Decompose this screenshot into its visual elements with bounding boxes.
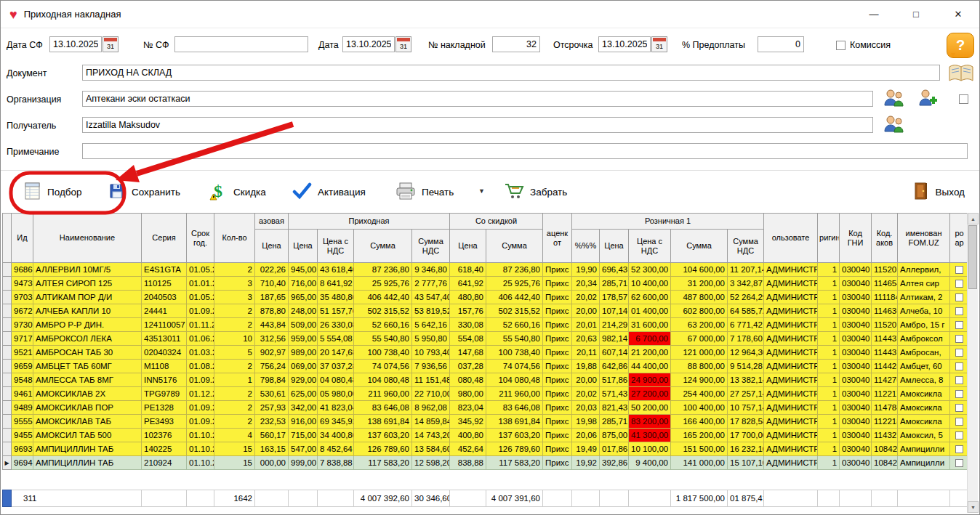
- cell-percent[interactable]: 20,63: [572, 332, 600, 346]
- cell-flag[interactable]: [950, 318, 969, 332]
- cell-id[interactable]: 9717: [12, 332, 33, 346]
- cell-retail-amount-vat[interactable]: 9 514,28: [728, 360, 764, 373]
- cell-kod-gni[interactable]: 030040: [840, 429, 872, 442]
- cell-flag[interactable]: [950, 429, 969, 442]
- table-row[interactable]: 9548АМЛЕССА ТАБ 8МГINN517601.09.21798,84…: [3, 373, 969, 387]
- cell-retail-price[interactable]: 875,00: [600, 429, 629, 442]
- col-disc-amount[interactable]: Сумма: [486, 230, 543, 263]
- podbor-button[interactable]: Подбор: [23, 179, 82, 205]
- cell-amount[interactable]: 211 960,00: [354, 387, 412, 401]
- table-row[interactable]: ▶9694АМПИЦИЛЛИН ТАБ21092401.10.215000,00…: [3, 456, 969, 470]
- cell-name[interactable]: АЛТИКАМ ПОР Д/И: [33, 291, 142, 304]
- col-markup-from[interactable]: аценк от: [543, 214, 572, 263]
- cell-srok[interactable]: 01.11.2: [187, 318, 214, 332]
- cell-percent[interactable]: 20,34: [572, 277, 600, 291]
- cell-price[interactable]: 509,00: [289, 318, 318, 332]
- cell-price-vat[interactable]: 41 823,04: [318, 401, 354, 415]
- document-input[interactable]: [82, 65, 940, 81]
- cell-base-price[interactable]: 022,26: [255, 263, 289, 277]
- cell-kod-upak[interactable]: 114431: [872, 346, 898, 360]
- cell-percent[interactable]: 20,11: [572, 346, 600, 360]
- cell-flag[interactable]: [950, 373, 969, 387]
- cell-amount-vat[interactable]: 7 936,56: [412, 360, 450, 373]
- cell-user[interactable]: АДМИНИСТРАТОР: [764, 263, 818, 277]
- cell-retail-price-vat[interactable]: 10 100,00: [629, 442, 671, 456]
- cell-base-price[interactable]: 560,17: [255, 429, 289, 442]
- cell-percent[interactable]: 19,98: [572, 415, 600, 429]
- cell-kod-gni[interactable]: 030040: [840, 360, 872, 373]
- cell-fom-name[interactable]: Амбро, 15 г: [898, 318, 950, 332]
- cell-kod-upak[interactable]: 114437: [872, 332, 898, 346]
- cell-srok[interactable]: 01.06.2: [187, 332, 214, 346]
- cell-amount[interactable]: 126 789,60: [354, 442, 412, 456]
- cell-kod-upak[interactable]: 115201: [872, 318, 898, 332]
- cell-fom-name[interactable]: Амоксикла: [898, 401, 950, 415]
- cell-user[interactable]: АДМИНИСТРАТОР: [764, 291, 818, 304]
- exit-button[interactable]: Выход: [912, 179, 965, 205]
- cell-retail-price[interactable]: 517,86: [600, 373, 629, 387]
- cell-original[interactable]: 1: [818, 456, 840, 470]
- minimize-button[interactable]: —: [853, 1, 895, 28]
- cell-retail-price-vat[interactable]: 31 600,00: [629, 318, 671, 332]
- row-checkbox[interactable]: [955, 335, 963, 343]
- cell-user[interactable]: АДМИНИСТРАТОР: [764, 332, 818, 346]
- cell-price[interactable]: 999,00: [289, 456, 318, 470]
- cell-price-vat[interactable]: 43 618,40: [318, 263, 354, 277]
- cell-srok[interactable]: 01.12.2: [187, 387, 214, 401]
- row-checkbox[interactable]: [955, 321, 963, 329]
- cell-original[interactable]: 1: [818, 373, 840, 387]
- colgroup-base[interactable]: азовая: [255, 214, 289, 230]
- cell-price-vat[interactable]: 8 452,64: [318, 442, 354, 456]
- row-checkbox[interactable]: [955, 293, 963, 301]
- cell-original[interactable]: 1: [818, 277, 840, 291]
- cell-disc-price[interactable]: 452,64: [450, 442, 486, 456]
- cell-retail-amount[interactable]: 602 800,00: [671, 304, 728, 318]
- cell-name[interactable]: АМЛЕССА ТАБ 8МГ: [33, 373, 142, 387]
- cell-id[interactable]: 9555: [12, 415, 33, 429]
- col-srok[interactable]: Срок год.: [187, 214, 214, 263]
- save-button[interactable]: Сохранить: [108, 179, 180, 205]
- cell-amount[interactable]: 117 583,20: [354, 456, 412, 470]
- cell-srok[interactable]: 01.03.2: [187, 346, 214, 360]
- col-retail-amount[interactable]: Сумма: [671, 230, 728, 263]
- table-row[interactable]: 9473АЛТЕЯ СИРОП 12511012501.01.23710,407…: [3, 277, 969, 291]
- cell-retail-price-vat[interactable]: 50 200,00: [629, 401, 671, 415]
- col-price[interactable]: Цена: [289, 230, 318, 263]
- col-kod-upak[interactable]: Код. аков: [872, 214, 898, 263]
- cell-disc-price[interactable]: 080,48: [450, 373, 486, 387]
- cell-qty[interactable]: 2: [214, 304, 255, 318]
- select-receiver-people-icon[interactable]: [882, 114, 905, 137]
- cell-markup-from[interactable]: Прихс: [543, 456, 572, 470]
- cell-retail-amount-vat[interactable]: 64 585,72: [728, 304, 764, 318]
- cell-name[interactable]: АМПИЦИЛЛИН ТАБ: [33, 442, 142, 456]
- table-row[interactable]: 9693АМПИЦИЛЛИН ТАБ14022501.10.215163,155…: [3, 442, 969, 456]
- cell-disc-amount[interactable]: 87 236,80: [486, 263, 543, 277]
- cell-disc-price[interactable]: 823,04: [450, 401, 486, 415]
- cell-qty[interactable]: 1: [214, 373, 255, 387]
- cell-price[interactable]: 989,00: [289, 346, 318, 360]
- cell-disc-price[interactable]: 554,08: [450, 332, 486, 346]
- cell-retail-amount-vat[interactable]: 7 178,60: [728, 332, 764, 346]
- cell-retail-amount-vat[interactable]: 52 264,29: [728, 291, 764, 304]
- calendar-button[interactable]: 31: [103, 36, 119, 52]
- cell-retail-amount[interactable]: 487 800,00: [671, 291, 728, 304]
- cell-amount[interactable]: 74 074,56: [354, 360, 412, 373]
- cell-amount[interactable]: 406 442,40: [354, 291, 412, 304]
- cell-kod-upak[interactable]: 114784: [872, 401, 898, 415]
- cell-retail-amount[interactable]: 121 000,00: [671, 346, 728, 360]
- cell-amount[interactable]: 83 646,08: [354, 401, 412, 415]
- cell-amount-vat[interactable]: 53 819,52: [412, 304, 450, 318]
- cell-disc-price[interactable]: 400,80: [450, 429, 486, 442]
- cell-retail-price[interactable]: 642,86: [600, 360, 629, 373]
- cell-amount[interactable]: 137 603,20: [354, 429, 412, 442]
- colgroup-discount[interactable]: Со скидкой: [450, 214, 543, 230]
- cell-disc-amount[interactable]: 117 583,20: [486, 456, 543, 470]
- cell-fom-name[interactable]: Амоксикла: [898, 387, 950, 401]
- cell-seria[interactable]: E4S1GTA: [142, 263, 187, 277]
- col-name[interactable]: Наименование: [33, 214, 142, 263]
- cell-markup-from[interactable]: Прихс: [543, 318, 572, 332]
- cell-retail-price-vat[interactable]: 01 400,00: [629, 304, 671, 318]
- cell-user[interactable]: АДМИНИСТРАТОР: [764, 456, 818, 470]
- receiver-input[interactable]: [82, 117, 873, 133]
- cell-percent[interactable]: 19,88: [572, 360, 600, 373]
